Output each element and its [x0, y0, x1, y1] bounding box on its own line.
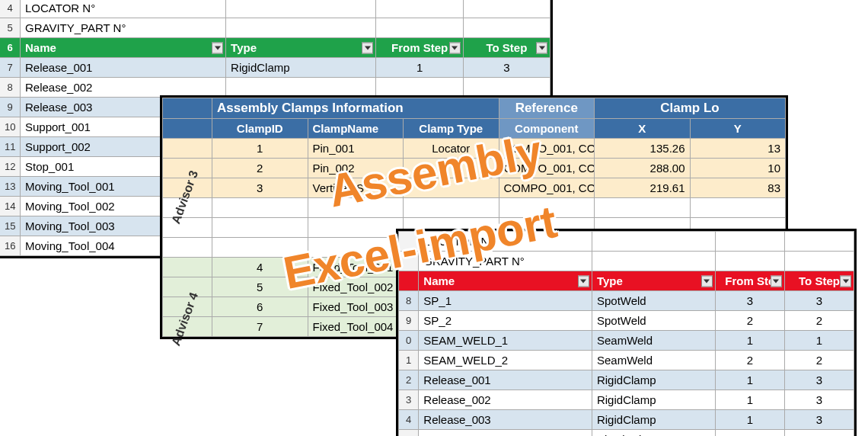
col-name[interactable]: Name [21, 38, 226, 58]
filter-dropdown-icon[interactable] [840, 275, 851, 287]
cell-from[interactable] [376, 78, 463, 98]
cell-from[interactable]: 1 [715, 410, 784, 430]
cell-name[interactable]: SP_2 [419, 311, 592, 331]
col-type[interactable]: Type [226, 38, 376, 58]
cell-x[interactable]: 288.00 [595, 159, 691, 178]
cell-clamptype[interactable]: Locator [404, 139, 499, 159]
cell-name[interactable]: Release_001 [419, 370, 592, 390]
cell-name[interactable]: SEAM_WELD_2 [419, 351, 592, 370]
cell-name[interactable]: SP_1 [419, 291, 592, 311]
cell-type[interactable]: SpotWeld [592, 311, 715, 331]
cell-from[interactable]: 1 [715, 370, 784, 390]
cell-from[interactable]: 1 [376, 58, 463, 78]
col-component[interactable]: Component [499, 119, 595, 139]
cell-clampname[interactable]: Fixed_Tool_001 [308, 258, 404, 277]
table-row[interactable]: 3Release_002RigidClamp13 [399, 390, 854, 410]
col-name[interactable]: Name [419, 271, 592, 291]
table-row[interactable]: 8SP_1SpotWeld33 [399, 291, 854, 311]
filter-dropdown-icon[interactable] [212, 42, 223, 53]
cell-name[interactable]: SEAM_WELD_1 [419, 331, 592, 351]
table-row[interactable]: 5Support_001ElasticClamp1 [399, 430, 854, 437]
table-row[interactable]: 2Release_001RigidClamp13 [399, 370, 854, 390]
cell-clampid[interactable]: 1 [212, 139, 308, 159]
cell-x[interactable]: 219.61 [595, 178, 691, 198]
cell-y[interactable]: 10 [690, 159, 786, 178]
cell-type[interactable]: SpotWeld [592, 291, 715, 311]
table-row[interactable]: 3Vertical_SCOMPO_001, COMPO_002219.6183 [163, 178, 786, 198]
cell-name[interactable]: Support_001 [419, 430, 592, 437]
table-row[interactable]: 8Release_002 [0, 78, 550, 98]
cell-type[interactable]: RigidClamp [592, 370, 715, 390]
cell-clampid[interactable]: 6 [212, 297, 308, 317]
cell-type[interactable]: SeamWeld [592, 351, 715, 370]
cell-to[interactable]: 3 [463, 58, 550, 78]
cell-from[interactable]: 2 [715, 311, 784, 331]
table-row[interactable]: 7Release_001RigidClamp13 [0, 58, 550, 78]
cell-clampname[interactable]: Fixed_Tool_003 [308, 297, 404, 317]
col-to-step[interactable]: To Step [784, 271, 854, 291]
cell-from[interactable]: 3 [715, 291, 784, 311]
cell-name[interactable]: Release_001 [21, 58, 226, 78]
cell-from[interactable]: 1 [715, 430, 784, 437]
table-row[interactable]: 9SP_2SpotWeld22 [399, 311, 854, 331]
cell-type[interactable] [226, 78, 376, 98]
cell-y[interactable]: 13 [690, 139, 786, 159]
filter-dropdown-icon[interactable] [536, 42, 547, 53]
cell-clampid[interactable]: 5 [212, 277, 308, 297]
cell-clamptype[interactable] [404, 159, 499, 178]
cell-type[interactable]: RigidClamp [226, 58, 376, 78]
cell-from[interactable]: 2 [715, 351, 784, 370]
cell-from[interactable]: 1 [715, 390, 784, 410]
cell-y[interactable]: 83 [690, 178, 786, 198]
cell-type[interactable]: RigidClamp [592, 410, 715, 430]
cell-to[interactable] [463, 78, 550, 98]
cell-component[interactable]: COMPO_001, COMPO_002 [499, 159, 595, 178]
cell-clampid[interactable]: 4 [212, 258, 308, 277]
cell-to[interactable]: 2 [784, 351, 854, 370]
filter-dropdown-icon[interactable] [578, 275, 589, 287]
cell-component[interactable]: COMPO_001, COMPO_002 [499, 178, 595, 198]
cell-clampname[interactable]: Pin_001 [308, 139, 404, 159]
cell-clampid[interactable]: 7 [212, 317, 308, 337]
cell-clampname[interactable]: Pin_002 [308, 159, 404, 178]
cell-from[interactable]: 1 [715, 331, 784, 351]
table-row[interactable]: 1Pin_001LocatorCOMPO_001, COMPO_002135.2… [163, 139, 786, 159]
col-from-step[interactable]: From Step [376, 38, 463, 58]
col-clamptype[interactable]: Clamp Type [404, 119, 499, 139]
cell-clamptype[interactable] [404, 178, 499, 198]
filter-dropdown-icon[interactable] [449, 42, 461, 53]
col-y[interactable]: Y [690, 119, 786, 139]
cell-to[interactable]: 3 [784, 390, 854, 410]
cell-component[interactable]: COMPO_001, COMPO_002 [499, 139, 595, 159]
cell-type[interactable]: RigidClamp [592, 390, 715, 410]
cell-clampid[interactable]: 3 [212, 178, 308, 198]
cell-clampname[interactable]: Fixed_Tool_002 [308, 277, 404, 297]
col-to-step[interactable]: To Step [463, 38, 550, 58]
col-clampname[interactable]: ClampName [308, 119, 404, 139]
col-type[interactable]: Type [592, 271, 715, 291]
table-row[interactable]: 1SEAM_WELD_2SeamWeld22 [399, 351, 854, 370]
col-x[interactable]: X [595, 119, 691, 139]
cell-name[interactable]: Release_002 [419, 390, 592, 410]
cell-to[interactable] [784, 430, 854, 437]
cell-clampname[interactable]: Fixed_Tool_004 [308, 317, 404, 337]
filter-dropdown-icon[interactable] [362, 42, 373, 53]
cell-to[interactable]: 3 [784, 410, 854, 430]
cell-clampid[interactable]: 2 [212, 159, 308, 178]
cell-type[interactable]: ElasticClamp [592, 430, 715, 437]
table-row[interactable]: 0SEAM_WELD_1SeamWeld11 [399, 331, 854, 351]
table-row[interactable]: 4Release_003RigidClamp13 [399, 410, 854, 430]
table-row[interactable]: 2Pin_002COMPO_001, COMPO_002288.0010 [163, 159, 786, 178]
cell-clampname[interactable]: Vertical_S [308, 178, 404, 198]
cell-name[interactable]: Release_003 [419, 410, 592, 430]
cell-name[interactable]: Release_002 [21, 78, 226, 98]
cell-to[interactable]: 1 [784, 331, 854, 351]
col-clampid[interactable]: ClampID [212, 119, 308, 139]
filter-dropdown-icon[interactable] [771, 275, 782, 287]
cell-x[interactable]: 135.26 [595, 139, 691, 159]
cell-type[interactable]: SeamWeld [592, 331, 715, 351]
cell-to[interactable]: 3 [784, 370, 854, 390]
cell-to[interactable]: 3 [784, 291, 854, 311]
filter-dropdown-icon[interactable] [701, 275, 713, 287]
cell-to[interactable]: 2 [784, 311, 854, 331]
